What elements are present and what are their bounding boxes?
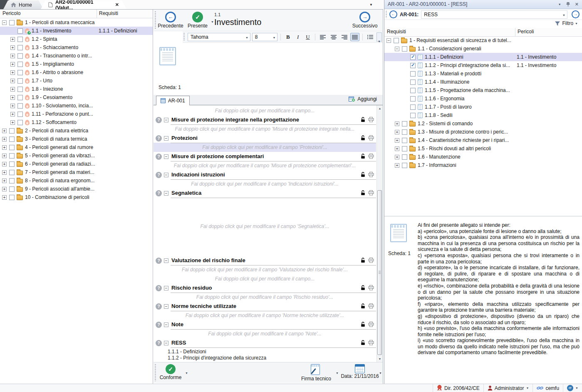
font-name-select[interactable]: Tahoma (188, 33, 250, 41)
collapse-icon[interactable]: − (386, 38, 391, 43)
field-section-header[interactable]: −Note (154, 320, 376, 329)
lock-icon[interactable] (361, 154, 365, 159)
field-placeholder[interactable]: Fai doppio click qui per modificare il c… (154, 265, 376, 274)
print-icon[interactable] (368, 172, 374, 177)
tree-item[interactable]: +1.5 - Rischi dovuti ad altri pericoli (384, 144, 582, 153)
checkbox[interactable] (394, 38, 399, 43)
expand-icon[interactable]: + (10, 112, 15, 117)
collapse-icon[interactable]: − (164, 118, 168, 122)
checkbox[interactable] (402, 163, 407, 168)
expand-icon[interactable]: + (10, 79, 15, 83)
tab-list-chevron-icon[interactable]: ▼ (369, 3, 373, 7)
tree-item[interactable]: +1.6 - Manutenzione (384, 153, 582, 161)
help-icon[interactable] (156, 172, 162, 178)
tree-item[interactable]: 1.1.3 - Materiali e prodotti (384, 69, 582, 78)
help-icon[interactable] (156, 190, 162, 196)
expand-icon[interactable]: + (2, 137, 7, 141)
checkbox[interactable] (402, 129, 407, 135)
collapse-icon[interactable]: − (164, 286, 168, 290)
tree-item[interactable]: +9 - Pericoli associati all'ambie... (0, 185, 153, 193)
column-requisiti[interactable]: Requisiti (97, 10, 118, 18)
tree-item[interactable]: +1.4 - Trascinamento o intr... (0, 52, 153, 60)
field-placeholder[interactable]: Fai doppio click qui per modificare il c… (154, 161, 376, 170)
tree-item[interactable]: +1.11 - Perforazione o punt... (0, 110, 153, 118)
help-icon[interactable] (156, 154, 162, 160)
expand-icon[interactable]: + (2, 162, 7, 166)
tree-item[interactable]: +2 - Pericoli di natura elettrica (0, 127, 153, 135)
expand-icon[interactable]: + (10, 45, 15, 50)
connection-status[interactable]: cemfu (532, 384, 563, 392)
checkbox[interactable] (9, 20, 15, 25)
align-left-button[interactable] (318, 33, 327, 41)
tree-item[interactable]: +1.10 - Scivolamento, incia... (0, 102, 153, 110)
checkbox[interactable] (410, 55, 416, 60)
tree-item[interactable]: +3 - Pericoli di natura termica (0, 135, 153, 143)
field-section-header[interactable]: −Protezioni (154, 134, 376, 143)
align-justify-button[interactable] (350, 33, 359, 41)
expand-icon[interactable]: + (10, 104, 15, 108)
field-placeholder[interactable]: Fai doppio click qui per modificare il c… (154, 179, 376, 189)
tree-item[interactable]: 1.1.7 - Posti di lavoro (384, 103, 582, 111)
expand-icon[interactable]: + (10, 70, 15, 75)
firma-dropdown-icon[interactable] (336, 372, 339, 375)
field-section-header[interactable]: −Rischio residuo (154, 283, 376, 293)
expand-icon[interactable]: + (395, 130, 399, 134)
collapse-icon[interactable]: − (164, 154, 168, 159)
close-icon[interactable] (575, 0, 579, 9)
field-section-header[interactable]: −Indicazioni istruzioni (154, 170, 376, 179)
tree-item[interactable]: +1.4 - Caratteristiche richieste per i r… (384, 136, 582, 144)
pin-icon[interactable] (566, 2, 570, 7)
expand-icon[interactable]: + (2, 170, 7, 175)
tree-item[interactable]: −1.1 - Considerazioni generali (384, 45, 582, 53)
expand-icon[interactable]: + (2, 187, 7, 191)
field-content[interactable]: 1.1.1 - Definizioni1.1.2 - Principi d'in… (154, 347, 376, 362)
field-section-header[interactable]: −Misure di protezione integrate nella pr… (154, 115, 376, 124)
print-icon[interactable] (368, 190, 374, 196)
previous-button[interactable]: Precedente (157, 12, 184, 29)
print-icon[interactable] (368, 285, 374, 290)
tree-item[interactable]: +1.8 - Iniezione (0, 85, 153, 93)
arrow-right-circle-icon[interactable] (572, 10, 580, 18)
italic-button[interactable]: I (294, 33, 302, 41)
tab-close-icon[interactable] (115, 2, 119, 7)
field-placeholder[interactable]: Fai doppio click qui per modificare il c… (154, 143, 376, 152)
expand-icon[interactable]: + (395, 146, 399, 151)
checkbox[interactable] (402, 146, 407, 151)
bullet-list-button[interactable] (366, 33, 375, 41)
checkbox[interactable] (9, 161, 15, 167)
tree-item[interactable]: +6 - Pericoli generati da radiazi... (0, 160, 153, 168)
collapse-icon[interactable]: − (164, 323, 168, 327)
checkbox[interactable] (410, 71, 416, 77)
field-section-header[interactable]: −Norme tecniche utilizzate (154, 302, 376, 311)
checkbox[interactable] (410, 96, 416, 102)
print-icon[interactable] (368, 340, 374, 345)
field-placeholder[interactable]: Fai doppio click qui per modificare il c… (154, 106, 376, 115)
expand-icon[interactable]: + (395, 138, 399, 143)
lock-icon[interactable] (361, 322, 365, 327)
print-icon[interactable] (368, 322, 374, 327)
toolbar-grip[interactable] (386, 11, 387, 18)
toolbar-grip[interactable] (155, 364, 156, 381)
tree-item[interactable]: −1 - Requisiti essenziali di sicurezza e… (384, 36, 582, 45)
collapse-icon[interactable]: − (164, 173, 168, 177)
print-icon[interactable] (368, 258, 374, 263)
tab-home[interactable]: Home (3, 0, 43, 9)
tree-item[interactable]: +7 - Pericoli generati da materi... (0, 168, 153, 176)
field-section-header[interactable]: −RESS (154, 338, 376, 347)
field-section-header[interactable]: −Segnaletica (154, 189, 376, 198)
tree-item[interactable]: 1.1.1 - Definizioni1.1 - Investimento (384, 53, 582, 61)
checkbox[interactable] (17, 62, 23, 67)
ress-select[interactable]: RESS (421, 10, 567, 19)
firma-tecnico-button[interactable]: Firma tecnico (298, 364, 334, 382)
expand-icon[interactable]: + (395, 122, 399, 126)
collapse-icon[interactable]: − (2, 20, 7, 25)
toolbar-grip[interactable] (155, 11, 156, 29)
lock-icon[interactable] (361, 303, 365, 309)
scheda-notepad-icon[interactable] (159, 47, 176, 65)
checkbox[interactable] (402, 121, 407, 127)
tree-item[interactable]: +1.7 - Informazioni (384, 161, 582, 169)
tree-item[interactable]: +1.2 - Spinta (0, 35, 153, 43)
collapse-icon[interactable]: − (164, 304, 168, 309)
field-placeholder[interactable]: Fai doppio click qui per modificare il c… (154, 311, 376, 320)
checkbox[interactable] (410, 104, 416, 110)
